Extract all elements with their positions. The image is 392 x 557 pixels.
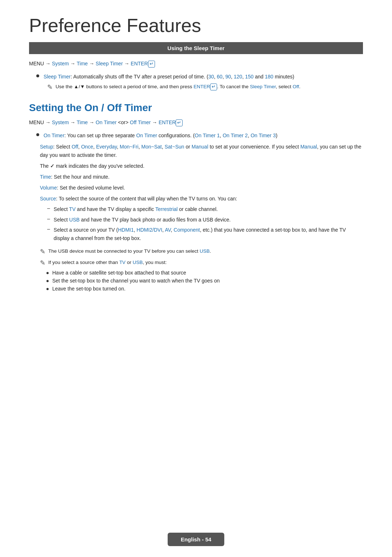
usb-note: ✎ The USB device must be connected to yo… — [40, 247, 363, 256]
note-icon: ✎ — [47, 83, 53, 91]
note-icon-2: ✎ — [40, 248, 45, 256]
sleep-timer-header: Using the Sleep Timer — [29, 42, 363, 54]
volume-text: Volume: Set the desired volume level. — [40, 184, 363, 192]
on-timer-bullet: On Timer: You can set up three separate … — [36, 131, 363, 139]
note-icon-3: ✎ — [40, 259, 45, 267]
on-timer-bullet-section: On Timer: You can set up three separate … — [36, 131, 363, 139]
source-text: Source: To select the source of the cont… — [40, 195, 363, 203]
source-note-text: If you select a source other than TV or … — [48, 259, 167, 267]
sleep-timer-bullet-text: Sleep Timer: Automatically shuts off the… — [44, 73, 294, 81]
sub-bullet-text-3: Leave the set-top box turned on. — [52, 286, 126, 292]
footer-label: English - 54 — [181, 536, 211, 542]
dash-item-tv: – Select TV and have the TV display a sp… — [47, 205, 363, 213]
on-off-timer-title: Setting the On / Off Timer — [29, 102, 363, 114]
dash-symbol-3: – — [47, 226, 50, 232]
dash-symbol: – — [47, 205, 50, 211]
sleep-timer-bullet-section: Sleep Timer: Automatically shuts off the… — [36, 73, 363, 91]
sub-bullet-dot-3 — [46, 288, 49, 290]
sleep-timer-note: ✎ Use the ▲/▼ buttons to select a period… — [47, 83, 363, 91]
on-off-timer-nav-path: MENU → System → Time → On Timer <or> Off… — [29, 119, 363, 126]
dash-item-usb: – Select USB and have the TV play back p… — [47, 216, 363, 224]
usb-note-text: The USB device must be connected to your… — [48, 247, 211, 255]
bullet-dot-2 — [36, 133, 39, 136]
dash-symbol-2: – — [47, 216, 50, 221]
page-footer: English - 54 — [168, 533, 224, 546]
sleep-timer-nav-path: MENU → System → Time → Sleep Timer → ENT… — [29, 61, 363, 68]
dash-item-source: – Select a source on your TV (HDMI1, HDM… — [47, 226, 363, 242]
setup-text: Setup: Select Off, Once, Everyday, Mon~F… — [40, 143, 363, 160]
sub-bullet-dot — [46, 272, 49, 274]
sleep-timer-note-text: Use the ▲/▼ buttons to select a period o… — [56, 83, 301, 91]
sub-bullet-1: Have a cable or satellite set-top box at… — [46, 270, 363, 276]
dash-text-source: Select a source on your TV (HDMI1, HDMI2… — [54, 226, 363, 242]
sub-bullet-3: Leave the set-top box turned on. — [46, 286, 363, 292]
on-timer-bullet-text: On Timer: You can set up three separate … — [44, 131, 277, 139]
sub-bullet-2: Set the set-top box to the channel you w… — [46, 278, 363, 284]
check-mark-text: The ✓ mark indicates the day you've sele… — [40, 162, 363, 171]
dash-text-usb: Select USB and have the TV play back pho… — [54, 216, 231, 224]
page-title: Preference Features — [29, 15, 363, 36]
sub-bullet-item-1: Have a cable or satellite set-top box at… — [46, 270, 363, 276]
sleep-timer-bullet: Sleep Timer: Automatically shuts off the… — [36, 73, 363, 81]
sub-bullet-text-2: Set the set-top box to the channel you w… — [52, 278, 220, 284]
dash-text-tv: Select TV and have the TV display a spec… — [54, 205, 218, 213]
sub-bullet-text-1: Have a cable or satellite set-top box at… — [52, 270, 186, 276]
time-text: Time: Set the hour and minute. — [40, 173, 363, 182]
sub-bullet-dot-2 — [46, 280, 49, 282]
sub-bullet-item-3: Leave the set-top box turned on. — [46, 286, 363, 292]
bullet-dot — [36, 74, 39, 77]
sub-bullet-item-2: Set the set-top box to the channel you w… — [46, 278, 363, 284]
source-note: ✎ If you select a source other than TV o… — [40, 259, 363, 267]
